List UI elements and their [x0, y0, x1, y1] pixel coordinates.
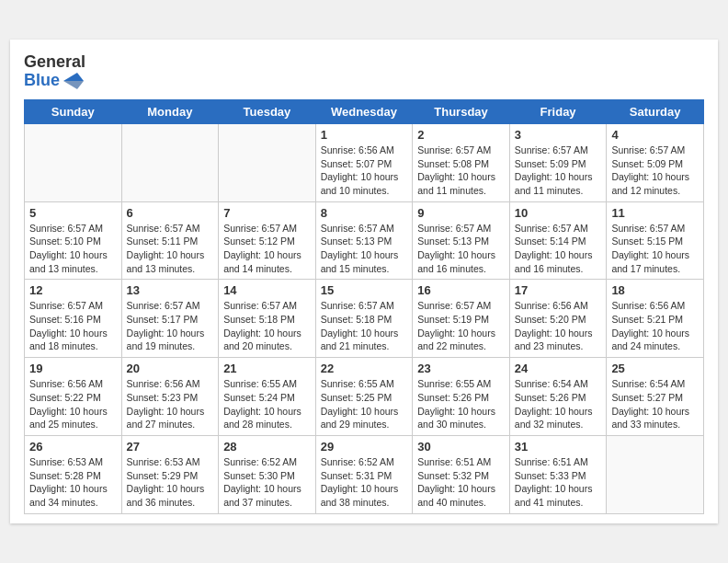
day-number: 4 — [611, 128, 700, 142]
day-number: 30 — [417, 440, 506, 454]
day-number: 11 — [611, 206, 700, 220]
day-info: Sunrise: 6:57 AM Sunset: 5:16 PM Dayligh… — [29, 299, 118, 353]
day-info: Sunrise: 6:57 AM Sunset: 5:17 PM Dayligh… — [127, 299, 215, 353]
day-info: Sunrise: 6:51 AM Sunset: 5:32 PM Dayligh… — [417, 455, 506, 510]
day-number: 31 — [515, 440, 603, 454]
day-number: 10 — [515, 206, 603, 220]
calendar-day-cell: 29Sunrise: 6:52 AM Sunset: 5:31 PM Dayli… — [315, 435, 413, 513]
calendar-day-cell: 2Sunrise: 6:57 AM Sunset: 5:08 PM Daylig… — [413, 123, 510, 201]
calendar-day-cell: 16Sunrise: 6:57 AM Sunset: 5:19 PM Dayli… — [413, 280, 510, 358]
day-info: Sunrise: 6:52 AM Sunset: 5:30 PM Dayligh… — [223, 455, 312, 510]
day-info: Sunrise: 6:54 AM Sunset: 5:27 PM Dayligh… — [611, 377, 700, 431]
day-info: Sunrise: 6:57 AM Sunset: 5:09 PM Dayligh… — [515, 144, 603, 198]
day-number: 1 — [321, 128, 409, 142]
day-info: Sunrise: 6:56 AM Sunset: 5:07 PM Dayligh… — [321, 144, 409, 198]
day-number: 19 — [29, 362, 118, 375]
day-number: 22 — [321, 362, 409, 375]
calendar-day-cell: 21Sunrise: 6:55 AM Sunset: 5:24 PM Dayli… — [219, 358, 316, 436]
day-info: Sunrise: 6:53 AM Sunset: 5:28 PM Dayligh… — [29, 455, 118, 510]
calendar-table: SundayMondayTuesdayWednesdayThursdayFrid… — [24, 99, 704, 514]
weekday-header-cell: Saturday — [607, 99, 704, 123]
day-info: Sunrise: 6:57 AM Sunset: 5:09 PM Dayligh… — [611, 144, 700, 198]
day-info: Sunrise: 6:56 AM Sunset: 5:23 PM Dayligh… — [127, 377, 215, 431]
day-number: 3 — [515, 128, 603, 142]
day-number: 7 — [223, 206, 312, 220]
logo-bird-icon — [63, 73, 84, 89]
weekday-header-cell: Tuesday — [219, 99, 316, 123]
day-info: Sunrise: 6:52 AM Sunset: 5:31 PM Dayligh… — [321, 455, 409, 510]
day-number: 18 — [611, 283, 700, 297]
day-info: Sunrise: 6:57 AM Sunset: 5:18 PM Dayligh… — [321, 299, 409, 353]
day-number: 20 — [127, 362, 215, 375]
day-number: 15 — [321, 283, 409, 297]
day-number: 29 — [321, 440, 409, 454]
day-info: Sunrise: 6:57 AM Sunset: 5:12 PM Dayligh… — [223, 222, 312, 276]
calendar-day-cell: 14Sunrise: 6:57 AM Sunset: 5:18 PM Dayli… — [219, 280, 316, 358]
calendar-day-cell: 19Sunrise: 6:56 AM Sunset: 5:22 PM Dayli… — [25, 358, 122, 436]
day-info: Sunrise: 6:57 AM Sunset: 5:08 PM Dayligh… — [417, 144, 506, 198]
day-number: 16 — [417, 283, 506, 297]
weekday-header-cell: Thursday — [413, 99, 510, 123]
day-number: 2 — [417, 128, 506, 142]
day-info: Sunrise: 6:55 AM Sunset: 5:24 PM Dayligh… — [223, 377, 312, 431]
calendar-day-cell: 9Sunrise: 6:57 AM Sunset: 5:13 PM Daylig… — [413, 201, 510, 280]
calendar-day-cell: 25Sunrise: 6:54 AM Sunset: 5:27 PM Dayli… — [607, 358, 704, 436]
calendar-day-cell: 6Sunrise: 6:57 AM Sunset: 5:11 PM Daylig… — [121, 201, 219, 280]
calendar-day-cell: 26Sunrise: 6:53 AM Sunset: 5:28 PM Dayli… — [25, 435, 122, 513]
logo: General Blue — [24, 53, 85, 90]
calendar-day-cell: 8Sunrise: 6:57 AM Sunset: 5:13 PM Daylig… — [315, 201, 413, 280]
calendar-day-cell — [121, 123, 219, 201]
day-info: Sunrise: 6:55 AM Sunset: 5:25 PM Dayligh… — [321, 377, 409, 431]
calendar-day-cell: 20Sunrise: 6:56 AM Sunset: 5:23 PM Dayli… — [121, 358, 219, 436]
calendar-day-cell: 7Sunrise: 6:57 AM Sunset: 5:12 PM Daylig… — [219, 201, 316, 280]
calendar-day-cell: 15Sunrise: 6:57 AM Sunset: 5:18 PM Dayli… — [315, 280, 413, 358]
day-number: 14 — [223, 283, 312, 297]
day-info: Sunrise: 6:57 AM Sunset: 5:13 PM Dayligh… — [417, 222, 506, 276]
day-number: 17 — [515, 283, 603, 297]
weekday-header-cell: Wednesday — [315, 99, 413, 123]
day-number: 6 — [127, 206, 215, 220]
day-number: 24 — [515, 362, 603, 375]
day-info: Sunrise: 6:57 AM Sunset: 5:13 PM Dayligh… — [321, 222, 409, 276]
calendar-week-row: 26Sunrise: 6:53 AM Sunset: 5:28 PM Dayli… — [25, 435, 704, 513]
calendar-week-row: 12Sunrise: 6:57 AM Sunset: 5:16 PM Dayli… — [25, 280, 704, 358]
calendar-week-row: 1Sunrise: 6:56 AM Sunset: 5:07 PM Daylig… — [25, 123, 704, 201]
day-info: Sunrise: 6:57 AM Sunset: 5:19 PM Dayligh… — [417, 299, 506, 353]
calendar-day-cell: 28Sunrise: 6:52 AM Sunset: 5:30 PM Dayli… — [219, 435, 316, 513]
calendar-day-cell: 11Sunrise: 6:57 AM Sunset: 5:15 PM Dayli… — [607, 201, 704, 280]
calendar-day-cell: 13Sunrise: 6:57 AM Sunset: 5:17 PM Dayli… — [121, 280, 219, 358]
day-info: Sunrise: 6:57 AM Sunset: 5:10 PM Dayligh… — [29, 222, 118, 276]
day-number: 26 — [29, 440, 118, 454]
weekday-header-cell: Monday — [121, 99, 219, 123]
day-number: 13 — [127, 283, 215, 297]
day-number: 8 — [321, 206, 409, 220]
day-number: 28 — [223, 440, 312, 454]
logo-general: General — [24, 53, 85, 72]
day-info: Sunrise: 6:56 AM Sunset: 5:20 PM Dayligh… — [515, 299, 603, 353]
svg-marker-1 — [63, 81, 84, 89]
calendar-day-cell: 31Sunrise: 6:51 AM Sunset: 5:33 PM Dayli… — [509, 435, 607, 513]
day-info: Sunrise: 6:57 AM Sunset: 5:14 PM Dayligh… — [515, 222, 603, 276]
day-info: Sunrise: 6:54 AM Sunset: 5:26 PM Dayligh… — [515, 377, 603, 431]
calendar-day-cell: 27Sunrise: 6:53 AM Sunset: 5:29 PM Dayli… — [121, 435, 219, 513]
day-number: 27 — [127, 440, 215, 454]
calendar-day-cell: 12Sunrise: 6:57 AM Sunset: 5:16 PM Dayli… — [25, 280, 122, 358]
day-number: 12 — [29, 283, 118, 297]
calendar-day-cell: 22Sunrise: 6:55 AM Sunset: 5:25 PM Dayli… — [315, 358, 413, 436]
calendar-day-cell — [219, 123, 316, 201]
calendar-day-cell: 23Sunrise: 6:55 AM Sunset: 5:26 PM Dayli… — [413, 358, 510, 436]
day-info: Sunrise: 6:53 AM Sunset: 5:29 PM Dayligh… — [127, 455, 215, 510]
day-number: 21 — [223, 362, 312, 375]
calendar-day-cell: 17Sunrise: 6:56 AM Sunset: 5:20 PM Dayli… — [509, 280, 607, 358]
day-info: Sunrise: 6:56 AM Sunset: 5:21 PM Dayligh… — [611, 299, 700, 353]
calendar-body: 1Sunrise: 6:56 AM Sunset: 5:07 PM Daylig… — [25, 123, 704, 513]
day-info: Sunrise: 6:51 AM Sunset: 5:33 PM Dayligh… — [515, 455, 603, 510]
calendar-week-row: 19Sunrise: 6:56 AM Sunset: 5:22 PM Dayli… — [25, 358, 704, 436]
logo-blue: Blue — [24, 72, 85, 90]
calendar-container: General Blue SundayMondayTuesdayWednesda… — [10, 40, 718, 523]
calendar-day-cell: 5Sunrise: 6:57 AM Sunset: 5:10 PM Daylig… — [25, 201, 122, 280]
day-info: Sunrise: 6:56 AM Sunset: 5:22 PM Dayligh… — [29, 377, 118, 431]
day-info: Sunrise: 6:57 AM Sunset: 5:15 PM Dayligh… — [611, 222, 700, 276]
calendar-day-cell — [25, 123, 122, 201]
day-number: 25 — [611, 362, 700, 375]
